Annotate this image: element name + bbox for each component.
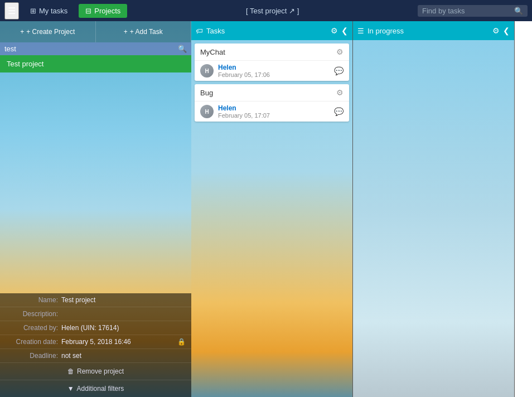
task-mychat-user-name[interactable]: Helen — [218, 64, 330, 71]
task-mychat-user-info: Helen February 05, 17:06 — [218, 64, 330, 78]
task-bug-comment-icon[interactable]: 💬 — [334, 107, 344, 116]
avatar-image: H — [200, 64, 214, 78]
task-card-mychat: MyChat ⚙ H Helen February 05, 17:06 💬 — [195, 43, 349, 81]
tasks-collapse-button[interactable]: ❮ — [341, 26, 348, 35]
tasks-column-header: 🏷 Tasks ⚙ ❮ — [191, 21, 352, 40]
task-bug-user-info: Helen February 05, 17:07 — [218, 104, 330, 119]
task-mychat-avatar: H — [200, 64, 214, 78]
inprogress-column-header-left: ☰ In progress — [357, 27, 404, 35]
tasks-column-content: 🏷 Tasks ⚙ ❮ MyChat ⚙ — [191, 21, 352, 397]
inprogress-card-list — [353, 40, 514, 47]
my-tasks-button[interactable]: ⊞ My tasks — [23, 4, 74, 18]
tasks-column-header-left: 🏷 Tasks — [196, 27, 225, 35]
projects-icon: ⊟ — [85, 7, 91, 15]
project-creation-date-row: Creation date: February 5, 2018 16:46 🔒 — [0, 335, 191, 349]
task-mychat-comment-icon[interactable]: 💬 — [334, 66, 344, 75]
my-tasks-icon: ⊞ — [30, 7, 36, 15]
project-search-icon: 🔍 — [178, 45, 187, 53]
search-bar: 🔍 — [418, 5, 528, 17]
projects-label: Projects — [94, 7, 120, 15]
task-card-mychat-body: H Helen February 05, 17:06 💬 — [195, 60, 349, 81]
additional-filters-label: Additional filters — [77, 385, 124, 393]
project-description-row: Description: — [0, 307, 191, 321]
tasks-column-actions: ⚙ ❮ — [331, 26, 348, 35]
project-deadline-row: Deadline: not set — [0, 349, 191, 363]
task-bug-user-name[interactable]: Helen — [218, 104, 330, 112]
task-mychat-title[interactable]: MyChat — [200, 48, 225, 56]
plus-icon: + — [20, 28, 24, 36]
projects-button[interactable]: ⊟ Projects — [79, 4, 127, 18]
task-mychat-settings-button[interactable]: ⚙ — [336, 47, 344, 56]
search-input[interactable] — [422, 7, 511, 15]
deadline-label: Deadline: — [6, 352, 61, 360]
project-list: Test project — [0, 55, 191, 293]
inprogress-collapse-button[interactable]: ❮ — [503, 26, 510, 35]
task-bug-settings-button[interactable]: ⚙ — [336, 88, 344, 97]
add-task-label: + Add Task — [130, 28, 163, 36]
inprogress-column-header: ☰ In progress ⚙ ❮ — [353, 21, 514, 40]
project-name: Test project — [7, 60, 43, 68]
inprogress-board-icon: ☰ — [357, 27, 364, 35]
tasks-card-list: MyChat ⚙ H Helen February 05, 17:06 💬 — [191, 40, 352, 125]
task-card-mychat-header: MyChat ⚙ — [195, 43, 349, 60]
my-tasks-label: My tasks — [39, 7, 67, 15]
inprogress-column-content: ☰ In progress ⚙ ❮ — [353, 21, 514, 397]
created-by-value: Helen (UIN: 17614) — [61, 324, 186, 332]
inprogress-column-title: In progress — [367, 27, 404, 35]
left-panel: + + Create Project + + Add Task 🔍 Test p… — [0, 21, 191, 397]
description-label: Description: — [6, 310, 61, 318]
trash-icon: 🗑 — [67, 367, 74, 375]
deadline-value: not set — [61, 352, 186, 360]
tasks-bookmark-icon: 🏷 — [196, 27, 203, 35]
additional-filters-button[interactable]: ▼ Additional filters — [0, 380, 191, 397]
task-bug-user-date: February 05, 17:07 — [218, 112, 330, 119]
create-project-label: + Create Project — [26, 28, 75, 36]
project-search-input[interactable] — [4, 45, 175, 53]
create-project-button[interactable]: + + Create Project — [0, 21, 96, 42]
task-card-bug-body: H Helen February 05, 17:07 💬 — [195, 101, 349, 122]
lock-icon: 🔒 — [177, 338, 186, 346]
avatar-image: H — [200, 105, 214, 118]
name-label: Name: — [6, 296, 61, 304]
tasks-settings-button[interactable]: ⚙ — [331, 26, 338, 35]
project-title: [ Test project ↗ ] — [132, 7, 413, 15]
left-panel-content: + + Create Project + + Add Task 🔍 Test p… — [0, 21, 191, 397]
task-bug-avatar: H — [200, 105, 214, 118]
remove-project-button[interactable]: 🗑 Remove project — [0, 363, 191, 380]
created-by-label: Created by: — [6, 324, 61, 332]
filter-icon: ▼ — [67, 385, 74, 393]
inprogress-column: ☰ In progress ⚙ ❮ — [353, 21, 515, 397]
project-item[interactable]: Test project — [0, 55, 191, 72]
tasks-column-title: Tasks — [206, 27, 225, 35]
project-search-bar: 🔍 — [0, 42, 191, 55]
inprogress-settings-button[interactable]: ⚙ — [492, 26, 500, 35]
task-card-bug-header: Bug ⚙ — [195, 84, 349, 101]
task-bug-title[interactable]: Bug — [200, 89, 213, 97]
search-icon: 🔍 — [514, 7, 523, 15]
remove-project-label: Remove project — [77, 367, 124, 375]
hamburger-menu[interactable]: ☰ — [4, 2, 19, 20]
inprogress-column-actions: ⚙ ❮ — [492, 26, 510, 35]
task-mychat-user-date: February 05, 17:06 — [218, 71, 330, 78]
project-created-by-row: Created by: Helen (UIN: 17614) — [0, 321, 191, 335]
left-actions-bar: + + Create Project + + Add Task — [0, 21, 191, 42]
creation-date-value: February 5, 2018 16:46 — [61, 338, 174, 346]
project-info-panel: Name: Test project Description: Created … — [0, 293, 191, 397]
top-navigation: ☰ ⊞ My tasks ⊟ Projects [ Test project ↗… — [0, 0, 532, 21]
columns-area: 🏷 Tasks ⚙ ❮ MyChat ⚙ — [191, 21, 532, 397]
main-layout: + + Create Project + + Add Task 🔍 Test p… — [0, 21, 532, 397]
creation-date-label: Creation date: — [6, 338, 61, 346]
task-card-bug: Bug ⚙ H Helen February 05, 17:07 💬 — [195, 84, 349, 122]
add-task-button[interactable]: + + Add Task — [96, 21, 192, 42]
add-task-plus-icon: + — [124, 28, 128, 36]
tasks-column: 🏷 Tasks ⚙ ❮ MyChat ⚙ — [191, 21, 353, 397]
name-value: Test project — [61, 296, 186, 304]
project-name-row: Name: Test project — [0, 293, 191, 307]
